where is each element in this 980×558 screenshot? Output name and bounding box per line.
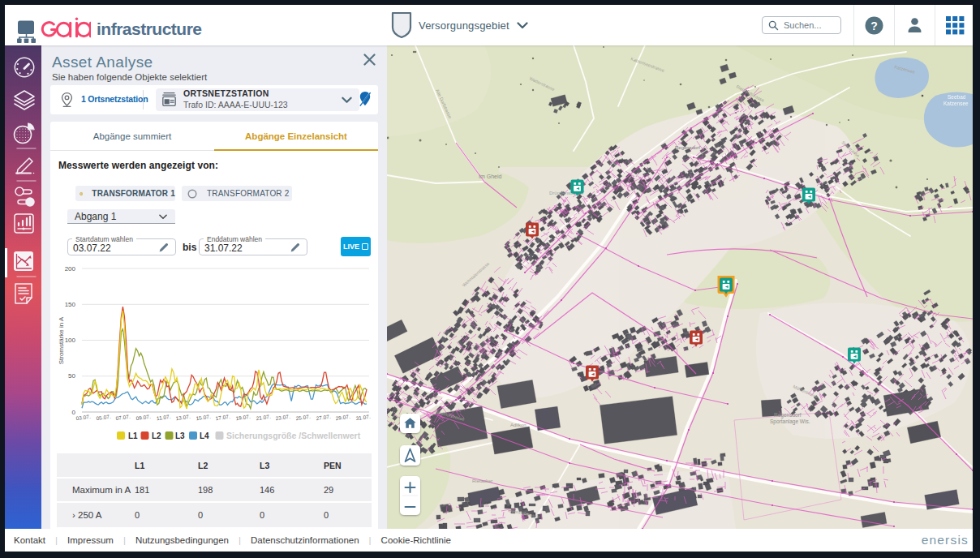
svg-text:L2: L2 [152, 431, 161, 440]
svg-text:Adlikon: Adlikon [510, 423, 527, 427]
svg-text:25.07.: 25.07. [295, 414, 311, 421]
svg-text:21.07.: 21.07. [256, 414, 271, 421]
svg-text:19.07.: 19.07. [235, 414, 251, 421]
svg-text:L1: L1 [128, 431, 138, 440]
svg-text:11.07.: 11.07. [156, 414, 171, 421]
svg-text:Regensdorf: Regensdorf [675, 145, 700, 150]
svg-text:?: ? [870, 19, 878, 32]
svg-text:200: 200 [65, 265, 76, 273]
svg-text:Im Gheid: Im Gheid [479, 174, 502, 179]
svg-text:29.07.: 29.07. [335, 414, 350, 421]
svg-text:31.07.: 31.07. [355, 414, 371, 421]
svg-text:13.07.: 13.07. [175, 414, 191, 421]
svg-text:03.07.: 03.07. [75, 414, 91, 421]
svg-text:Sicherungsgröße /Schwellenwert: Sicherungsgröße /Schwellenwert [226, 431, 361, 440]
svg-text:L3: L3 [175, 431, 185, 440]
svg-text:Stromstärke in A: Stromstärke in A [58, 316, 65, 364]
svg-text:Regensdorf: Regensdorf [774, 412, 802, 418]
svg-text:L4: L4 [200, 431, 209, 440]
svg-text:150: 150 [65, 301, 76, 308]
svg-text:Rietacker: Rietacker [472, 479, 492, 483]
svg-text:23.07.: 23.07. [275, 414, 290, 421]
svg-text:17.07.: 17.07. [215, 414, 230, 421]
svg-text:09.07.: 09.07. [135, 414, 151, 421]
svg-text:15.07.: 15.07. [196, 414, 211, 421]
svg-text:100: 100 [65, 337, 76, 344]
svg-text:Seebad: Seebad [948, 94, 966, 100]
svg-text:07.07.: 07.07. [115, 414, 131, 421]
svg-text:Sportanlage Wis.: Sportanlage Wis. [770, 418, 810, 425]
svg-text:50: 50 [68, 372, 75, 380]
svg-text:0: 0 [72, 409, 76, 416]
svg-text:Katzensee: Katzensee [943, 101, 969, 106]
svg-text:27.07.: 27.07. [316, 414, 331, 421]
svg-text:05.07.: 05.07. [96, 414, 111, 421]
